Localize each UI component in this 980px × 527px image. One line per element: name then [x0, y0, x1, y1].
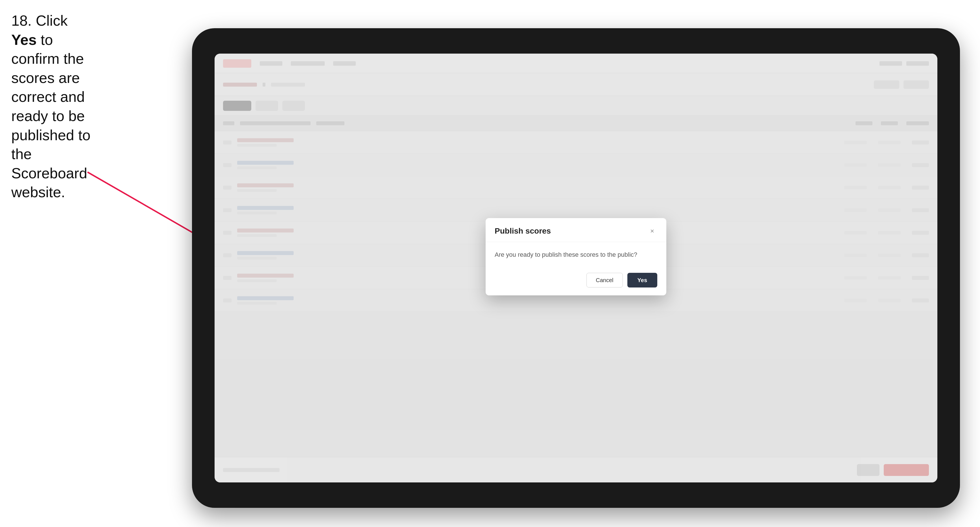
- modal-title: Publish scores: [495, 227, 551, 236]
- modal-message: Are you ready to publish these scores to…: [495, 250, 657, 259]
- publish-scores-modal: Publish scores × Are you ready to publis…: [485, 218, 666, 295]
- cancel-button[interactable]: Cancel: [586, 273, 622, 287]
- yes-button[interactable]: Yes: [627, 273, 657, 287]
- modal-close-button[interactable]: ×: [647, 226, 657, 236]
- tablet-device: Publish scores × Are you ready to publis…: [192, 28, 960, 508]
- modal-footer: Cancel Yes: [485, 267, 666, 295]
- modal-body: Are you ready to publish these scores to…: [485, 242, 666, 267]
- instruction-text: 18. Click Yes to confirm the scores are …: [11, 11, 93, 202]
- modal-header: Publish scores ×: [485, 218, 666, 242]
- tablet-screen: Publish scores × Are you ready to publis…: [215, 54, 937, 483]
